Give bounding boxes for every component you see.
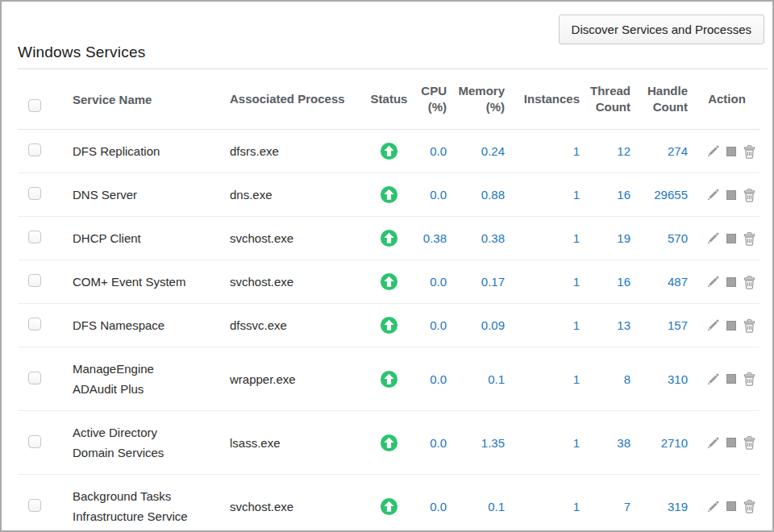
status-up-icon [380, 280, 398, 293]
thread-count-value[interactable]: 19 [617, 231, 630, 245]
delete-icon[interactable] [743, 188, 756, 202]
handle-count-value[interactable]: 2710 [661, 436, 688, 450]
service-name: COM+ Event System [56, 260, 214, 303]
memory-value[interactable]: 0.1 [488, 372, 505, 386]
edit-icon[interactable] [706, 231, 720, 245]
stop-icon[interactable] [726, 277, 736, 287]
table-body: DFS Replication dfsrs.exe 0.0 0.24 1 12 … [18, 130, 759, 532]
thread-count-value[interactable]: 8 [624, 372, 630, 386]
col-handle-count: Handle Count [637, 83, 694, 115]
row-checkbox-cell [18, 143, 56, 159]
service-name: Active Directory Domain Services [56, 411, 214, 474]
memory-value[interactable]: 0.17 [481, 275, 505, 289]
memory-value[interactable]: 1.35 [481, 436, 505, 450]
edit-icon[interactable] [706, 188, 720, 202]
cpu-value[interactable]: 0.0 [430, 436, 447, 450]
cpu-value[interactable]: 0.0 [430, 318, 447, 332]
row-checkbox[interactable] [28, 318, 41, 330]
edit-icon[interactable] [706, 144, 720, 158]
edit-icon[interactable] [706, 500, 720, 513]
thread-count-value[interactable]: 38 [617, 436, 630, 450]
memory-value[interactable]: 0.38 [481, 231, 505, 245]
instances-value[interactable]: 1 [573, 318, 580, 332]
row-checkbox[interactable] [28, 372, 41, 384]
delete-icon[interactable] [743, 435, 756, 450]
action-cell [694, 499, 759, 513]
stop-icon[interactable] [726, 501, 736, 511]
associated-process: svchost.exe [214, 500, 359, 513]
edit-icon[interactable] [706, 318, 720, 332]
status-up-icon [380, 377, 398, 391]
stop-icon[interactable] [726, 234, 736, 243]
row-checkbox[interactable] [28, 274, 41, 287]
table-row: DNS Server dns.exe 0.0 0.88 1 16 29655 [18, 173, 759, 217]
edit-icon[interactable] [706, 275, 720, 289]
instances-value[interactable]: 1 [573, 188, 580, 202]
table-row: DFS Namespace dfssvc.exe 0.0 0.09 1 13 1… [18, 304, 759, 347]
thread-count-value[interactable]: 16 [617, 188, 630, 202]
action-cell [694, 144, 759, 159]
handle-count-value[interactable]: 319 [668, 500, 688, 513]
delete-icon[interactable] [743, 318, 756, 333]
cpu-value[interactable]: 0.0 [430, 144, 447, 158]
row-checkbox[interactable] [28, 187, 41, 200]
service-name: DHCP Client [56, 217, 214, 260]
cpu-value[interactable]: 0.0 [430, 372, 447, 386]
edit-icon[interactable] [706, 436, 720, 450]
instances-value[interactable]: 1 [573, 372, 580, 386]
action-cell [694, 435, 759, 450]
handle-count-value[interactable]: 570 [668, 231, 688, 245]
discover-services-button[interactable]: Discover Services and Processes [559, 15, 764, 44]
row-checkbox[interactable] [28, 231, 41, 243]
thread-count-value[interactable]: 13 [617, 318, 630, 332]
thread-count-value[interactable]: 7 [624, 500, 630, 513]
associated-process: wrapper.exe [214, 372, 359, 386]
service-name: Background Tasks Infrastructure Service [56, 475, 214, 532]
delete-icon[interactable] [743, 275, 756, 289]
instances-value[interactable]: 1 [573, 275, 580, 289]
memory-value[interactable]: 0.1 [488, 500, 505, 513]
handle-count-value[interactable]: 29655 [654, 188, 688, 202]
handle-count-value[interactable]: 310 [668, 372, 688, 386]
memory-value[interactable]: 0.09 [481, 318, 505, 332]
stop-icon[interactable] [726, 147, 736, 156]
row-checkbox[interactable] [28, 435, 41, 448]
row-checkbox[interactable] [28, 499, 41, 512]
memory-value[interactable]: 0.24 [481, 144, 505, 158]
cpu-value[interactable]: 0.0 [430, 500, 447, 513]
table-row: Background Tasks Infrastructure Service … [18, 475, 759, 532]
status-cell [359, 434, 419, 452]
stop-icon[interactable] [726, 321, 736, 330]
stop-icon[interactable] [726, 374, 736, 384]
status-up-icon [380, 236, 398, 250]
action-cell [694, 188, 759, 202]
instances-value[interactable]: 1 [573, 231, 580, 245]
cpu-value[interactable]: 0.0 [430, 275, 447, 289]
handle-count-value[interactable]: 487 [668, 275, 688, 289]
stop-icon[interactable] [726, 190, 736, 200]
row-checkbox-cell [18, 274, 56, 289]
instances-value[interactable]: 1 [573, 144, 580, 158]
handle-count-value[interactable]: 274 [668, 144, 688, 158]
table-row: DFS Replication dfsrs.exe 0.0 0.24 1 12 … [18, 130, 759, 173]
stop-icon[interactable] [726, 438, 736, 447]
delete-icon[interactable] [743, 499, 756, 513]
row-checkbox[interactable] [28, 143, 41, 156]
col-status: Status [359, 91, 419, 107]
instances-value[interactable]: 1 [573, 436, 580, 450]
memory-value[interactable]: 0.88 [481, 188, 505, 202]
delete-icon[interactable] [743, 372, 756, 386]
cpu-value[interactable]: 0.0 [430, 188, 447, 202]
thread-count-value[interactable]: 16 [617, 275, 630, 289]
edit-icon[interactable] [706, 372, 720, 386]
instances-value[interactable]: 1 [573, 500, 580, 513]
handle-count-value[interactable]: 157 [668, 318, 688, 332]
thread-count-value[interactable]: 12 [617, 144, 630, 158]
cpu-value[interactable]: 0.38 [423, 231, 447, 245]
delete-icon[interactable] [743, 231, 756, 246]
delete-icon[interactable] [743, 144, 756, 159]
select-all-checkbox[interactable] [28, 99, 41, 112]
status-up-icon [380, 323, 398, 337]
action-cell [694, 318, 759, 333]
row-checkbox-cell [18, 435, 56, 451]
